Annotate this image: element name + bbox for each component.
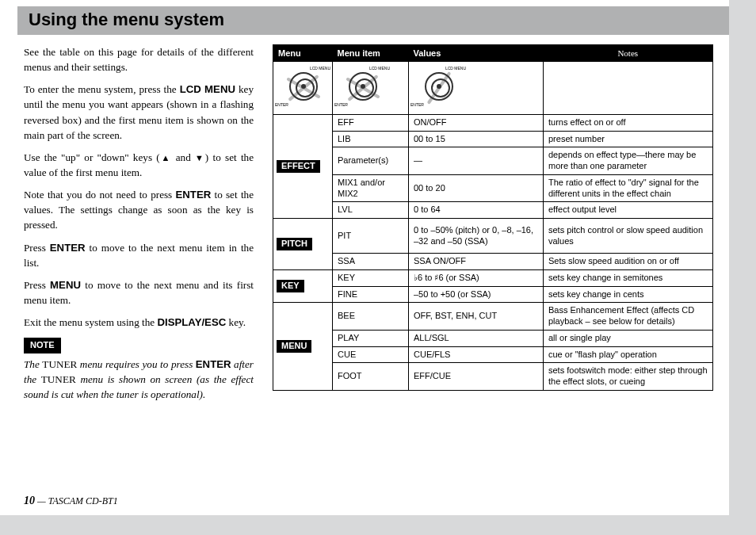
paragraph: Note that you do not need to press ENTER… bbox=[24, 187, 254, 232]
icon-header-row: ENTERLCD MENU ENTERLCD MENU ENTERLCD MEN… bbox=[273, 62, 713, 115]
key-label: ENTER bbox=[176, 189, 212, 201]
table-row: CUECUE/FLScue or "flash play" operation bbox=[273, 346, 713, 363]
key-label: DISPLAY/ESC bbox=[158, 316, 227, 328]
key-label: MENU bbox=[50, 279, 81, 291]
table-row: PLAYALL/SGLall or single play bbox=[273, 330, 713, 346]
key-label: LCD MENU bbox=[180, 83, 235, 95]
paragraph: Use the "up" or "down" keys (▲ and ▼) to… bbox=[24, 150, 254, 180]
page-number: 10 bbox=[24, 495, 35, 506]
menu-cell-effect: EFFECT bbox=[273, 114, 333, 218]
jog-wheel-item-icon: ENTERLCD MENU bbox=[333, 62, 409, 115]
note-label: NOTE bbox=[24, 338, 61, 353]
table-row: MIX1 and/or MIX200 to 20The ratio of eff… bbox=[273, 174, 713, 202]
menu-settings-table: Menu Menu item Values Notes ENTERLCD MEN… bbox=[273, 44, 713, 391]
page-footer: 10 — TASCAM CD-BT1 bbox=[24, 495, 118, 507]
col-header-values: Values bbox=[409, 45, 544, 62]
col-header-item: Menu item bbox=[333, 45, 409, 62]
table-body: ENTERLCD MENU ENTERLCD MENU ENTERLCD MEN… bbox=[273, 62, 713, 391]
product-name: TASCAM CD-BT1 bbox=[48, 495, 118, 506]
manual-page: Using the menu system See the table on t… bbox=[0, 0, 729, 515]
menu-cell-menu: MENU bbox=[273, 303, 333, 391]
paragraph: To enter the menu system, press the LCD … bbox=[24, 82, 254, 143]
notes-cell: turns effect on or off bbox=[544, 114, 713, 131]
table-row: MENU BEEOFF, BST, ENH, CUTBass Enhanceme… bbox=[273, 303, 713, 331]
table-row: LVL0 to 64effect output level bbox=[273, 202, 713, 219]
item-cell: EFF bbox=[333, 114, 409, 131]
table-header-row: Menu Menu item Values Notes bbox=[273, 45, 713, 62]
table-row: SSASSA ON/OFFSets slow speed audition on… bbox=[273, 254, 713, 270]
paragraph: Exit the menu system using the DISPLAY/E… bbox=[24, 315, 254, 330]
values-cell: ON/OFF bbox=[409, 114, 544, 131]
down-arrow-icon: ▼ bbox=[195, 153, 205, 162]
menu-cell-key: KEY bbox=[273, 269, 333, 303]
jog-wheel-values-icon: ENTERLCD MENU bbox=[409, 62, 544, 115]
page-title: Using the menu system bbox=[29, 10, 718, 30]
key-label: ENTER bbox=[50, 242, 86, 254]
table-row: Parameter(s)—depends on effect type—ther… bbox=[273, 147, 713, 175]
paragraph: See the table on this page for details o… bbox=[24, 44, 254, 75]
paragraph: Press MENU to move to the next menu and … bbox=[24, 277, 254, 308]
jog-wheel-menu-icon: ENTERLCD MENU bbox=[273, 62, 333, 115]
table-row: FINE–50 to +50 (or SSA)sets key change i… bbox=[273, 286, 713, 303]
note-paragraph: The TUNER menu requires you to press ENT… bbox=[24, 357, 254, 402]
table-row: FOOTEFF/CUEsets footswitch mode: either … bbox=[273, 363, 713, 391]
table-row: EFFECT EFF ON/OFF turns effect on or off bbox=[273, 114, 713, 131]
col-header-menu: Menu bbox=[273, 45, 333, 62]
up-arrow-icon: ▲ bbox=[160, 153, 172, 162]
menu-cell-pitch: PITCH bbox=[273, 219, 333, 270]
col-header-notes: Notes bbox=[544, 45, 713, 62]
empty-cell bbox=[544, 62, 713, 115]
content-columns: See the table on this page for details o… bbox=[24, 44, 713, 410]
paragraph: Press ENTER to move to the next menu ite… bbox=[24, 240, 254, 270]
body-text-column: See the table on this page for details o… bbox=[24, 44, 254, 410]
table-row: PITCH PIT0 to –50% (pitch) or 0, –8, –16… bbox=[273, 219, 713, 254]
table-column: Menu Menu item Values Notes ENTERLCD MEN… bbox=[273, 44, 713, 410]
table-row: LIB00 to 15preset number bbox=[273, 131, 713, 147]
title-bar: Using the menu system bbox=[17, 6, 729, 35]
table-row: KEY KEY♭6 to ♯6 (or SSA)sets key change … bbox=[273, 269, 713, 286]
